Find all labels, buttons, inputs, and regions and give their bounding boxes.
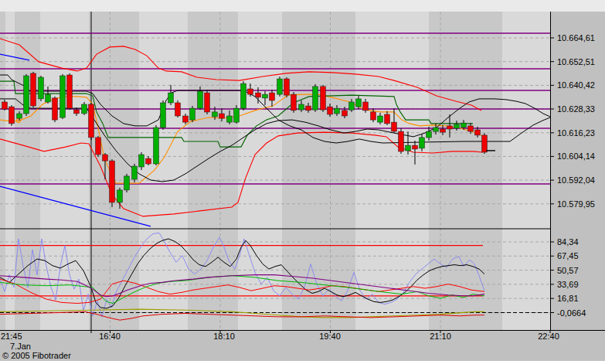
candle-body-up <box>349 102 355 110</box>
time-tick-label: 21:45 <box>1 332 22 341</box>
candle-body-up <box>313 87 318 110</box>
candle-body-up <box>124 176 130 190</box>
candle <box>110 159 115 207</box>
price-tick-label: 10.604,14 <box>557 151 595 161</box>
price-tick-label: 84,34 <box>557 237 579 247</box>
candle-body-down <box>96 138 101 155</box>
time-tick-label: 18:10 <box>213 332 235 341</box>
candle-body-up <box>420 138 425 148</box>
top-strip <box>0 0 605 12</box>
candle <box>67 73 73 110</box>
candle-body-up <box>335 108 340 114</box>
candle <box>24 74 29 116</box>
candle-body-down <box>328 107 333 114</box>
candle <box>60 74 66 119</box>
candle-body-up <box>161 103 166 128</box>
candle <box>277 77 283 97</box>
candle-body-down <box>291 94 297 111</box>
candle <box>175 100 181 117</box>
candle-body-down <box>9 107 15 124</box>
candle-body-up <box>132 166 138 179</box>
candle-body-up <box>190 108 195 120</box>
time-tick-label: 21:10 <box>430 332 451 341</box>
candle-body-down <box>146 158 151 164</box>
price-tick-label: -0,0664 <box>557 308 586 318</box>
price-tick-label: 10.640,42 <box>557 80 595 90</box>
candle-body-down <box>256 93 261 97</box>
candle-body-down <box>475 130 481 135</box>
candle <box>9 105 15 126</box>
candle-body-down <box>89 104 94 138</box>
candle-body-down <box>183 116 189 122</box>
candle-body-down <box>482 135 488 152</box>
candle <box>190 106 195 122</box>
candle-body-up <box>198 91 203 108</box>
candle-body-up <box>299 104 304 110</box>
candle-body-down <box>248 89 253 94</box>
price-tick-label: 10.579,95 <box>557 199 595 209</box>
candle <box>205 90 210 114</box>
candle-body-down <box>399 131 404 151</box>
candle-body-down <box>321 87 326 110</box>
date-label: 7.Jan <box>10 342 31 351</box>
candle-body-up <box>46 94 51 102</box>
candle-body-up <box>60 76 66 117</box>
candle-body-down <box>67 75 73 108</box>
candle-body-down <box>2 102 8 109</box>
candle-body-up <box>212 112 218 117</box>
candle-body-up <box>227 116 233 122</box>
price-tick-label: 50,57 <box>557 266 579 275</box>
candle-body-up <box>277 79 283 94</box>
candle-body-down <box>175 103 181 116</box>
price-tick-label: 10.592,04 <box>557 175 595 185</box>
candle <box>96 136 101 157</box>
candle-body-down <box>31 73 36 106</box>
session-band <box>188 12 238 330</box>
candle-body-down <box>468 126 474 131</box>
candle <box>124 174 130 192</box>
price-tick-label: 10.652,51 <box>557 57 595 66</box>
price-tick-label: 16,81 <box>557 294 579 303</box>
candle-body-up <box>24 76 29 114</box>
candle-body-down <box>284 79 290 95</box>
candle <box>313 84 318 112</box>
candle <box>89 103 94 140</box>
price-tick-label: 10.616,23 <box>557 128 595 138</box>
candle-body-down <box>447 126 453 129</box>
candle-body-down <box>110 161 115 202</box>
price-tick-label: 33,69 <box>557 280 579 289</box>
fibotrader-window: 10.664,6110.652,5110.640,4210.628,3310.6… <box>0 0 605 364</box>
candle-body-down <box>371 112 376 120</box>
candle-body-up <box>406 145 411 151</box>
candle <box>241 81 246 111</box>
price-tick-label: 67,45 <box>557 251 579 260</box>
price-tick-label: 10.664,61 <box>557 33 595 43</box>
candle <box>321 85 326 112</box>
candle <box>31 72 36 107</box>
candle-body-up <box>139 155 144 167</box>
candle-body-up <box>17 114 22 118</box>
candle-body-up <box>82 104 87 114</box>
candle-body-up <box>117 190 123 202</box>
candle <box>399 128 404 154</box>
time-tick-label: 16:40 <box>99 332 121 341</box>
candle-body-down <box>270 93 275 100</box>
candle-body-up <box>168 93 174 103</box>
candle <box>154 125 159 165</box>
candle-body-down <box>392 122 397 131</box>
time-tick-label: 22:40 <box>538 332 559 341</box>
candle-body-up <box>234 108 240 122</box>
candle-body-up <box>427 131 432 138</box>
candle-body-up <box>378 116 383 122</box>
candle-body-down <box>103 155 108 161</box>
candle-body-down <box>306 106 311 111</box>
time-tick-label: 19:40 <box>319 332 341 341</box>
candle-body-up <box>461 123 467 128</box>
candle-body-down <box>74 110 80 114</box>
chart-canvas: 10.664,6110.652,5110.640,4210.628,3310.6… <box>0 0 605 364</box>
candle-body-down <box>205 93 210 112</box>
candle-body-down <box>53 98 58 120</box>
candle-body-up <box>433 128 439 131</box>
candle-body-up <box>454 124 460 128</box>
candle-body-up <box>154 128 159 164</box>
